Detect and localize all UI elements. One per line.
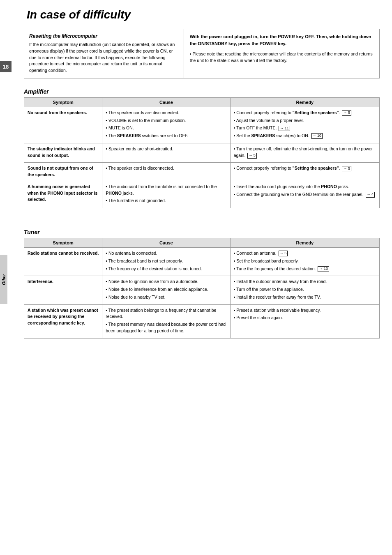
reset-instruction: With the power cord plugged in, turn the…: [190, 33, 374, 47]
side-tab: Other: [0, 255, 7, 304]
ref-box: → 5: [342, 110, 351, 116]
reset-section: Resetting the Microcomputer If the micro…: [24, 29, 380, 78]
table-row: Interference. Noise due to ignition nois…: [24, 276, 380, 304]
tuner-col-symptom: Symptom: [24, 238, 102, 248]
amp-remedy-2: Turn the power off, eliminate the short-…: [230, 143, 379, 163]
reset-body: If the microcomputer may malfunction (un…: [29, 41, 179, 74]
tuner-symptom-3: A station which was preset cannot be rec…: [24, 304, 102, 338]
reset-right: With the power cord plugged in, turn the…: [184, 29, 379, 78]
ref-box: → 5: [279, 251, 288, 256]
amp-cause-1: The speaker cords are disconnected. VOLU…: [102, 107, 230, 143]
amp-remedy-3: Connect properly referring to "Setting t…: [230, 163, 379, 181]
ref-box: → 13: [318, 266, 329, 272]
page-number: 18: [0, 61, 12, 72]
ref-box: → 4: [366, 192, 375, 198]
amp-remedy-4: Insert the audio cord plugs securely int…: [230, 181, 379, 208]
amp-col-remedy: Remedy: [230, 97, 379, 107]
amp-symptom-4: A humming noise is generated when the PH…: [24, 181, 102, 208]
amp-cause-2: Speaker cords are short-circuited.: [102, 143, 230, 163]
table-row: A station which was preset cannot be rec…: [24, 304, 380, 338]
tuner-col-cause: Cause: [102, 238, 230, 248]
reset-subtitle: Resetting the Microcomputer: [29, 33, 179, 39]
reset-note: • Please note that resetting the microco…: [190, 51, 374, 64]
tuner-remedy-1: Connect an antenna. → 5 Set the broadcas…: [230, 248, 379, 276]
tuner-col-remedy: Remedy: [230, 238, 379, 248]
side-tab-label: Other: [2, 274, 6, 285]
tuner-cause-1: No antenna is connected. The broadcast b…: [102, 248, 230, 276]
table-row: Sound is not output from one of the spea…: [24, 163, 380, 181]
amp-cause-3: The speaker cord is disconnected.: [102, 163, 230, 181]
tuner-heading: Tuner: [24, 229, 380, 235]
amplifier-table: Symptom Cause Remedy No sound from the s…: [24, 97, 380, 208]
ref-box: → 5: [247, 153, 257, 159]
table-row: A humming noise is generated when the PH…: [24, 181, 380, 208]
tuner-spacer: [12, 221, 380, 229]
ref-box: → 11: [279, 126, 290, 131]
amp-cause-4: The audio cord from the turntable is not…: [102, 181, 230, 208]
amp-col-cause: Cause: [102, 97, 230, 107]
amp-symptom-3: Sound is not output from one of the spea…: [24, 163, 102, 181]
amp-symptom-2: The standby indicator blinks and sound i…: [24, 143, 102, 163]
tuner-symptom-2: Interference.: [24, 276, 102, 304]
table-row: Radio stations cannot be received. No an…: [24, 248, 380, 276]
ref-box: → 10: [311, 133, 323, 139]
reset-left: Resetting the Microcomputer If the micro…: [24, 29, 184, 78]
tuner-cause-2: Noise due to ignition noise from an auto…: [102, 276, 230, 304]
tuner-cause-3: The preset station belongs to a frequenc…: [102, 304, 230, 338]
tuner-remedy-2: Install the outdoor antenna away from th…: [230, 276, 379, 304]
amp-col-symptom: Symptom: [24, 97, 102, 107]
amp-remedy-1: Connect properly referring to "Setting t…: [230, 107, 379, 143]
table-row: No sound from the speakers. The speaker …: [24, 107, 380, 143]
tuner-table: Symptom Cause Remedy Radio stations cann…: [24, 238, 380, 339]
page-title: In case of difficulty: [12, 8, 380, 21]
tuner-remedy-3: Preset a station with a receivable frequ…: [230, 304, 379, 338]
tuner-symptom-1: Radio stations cannot be received.: [24, 248, 102, 276]
amplifier-heading: Amplifier: [24, 88, 380, 95]
table-row: The standby indicator blinks and sound i…: [24, 143, 380, 163]
ref-box: → 5: [342, 166, 351, 172]
page: 18 Other In case of difficulty Resetting…: [0, 0, 392, 555]
amp-symptom-1: No sound from the speakers.: [24, 107, 102, 143]
